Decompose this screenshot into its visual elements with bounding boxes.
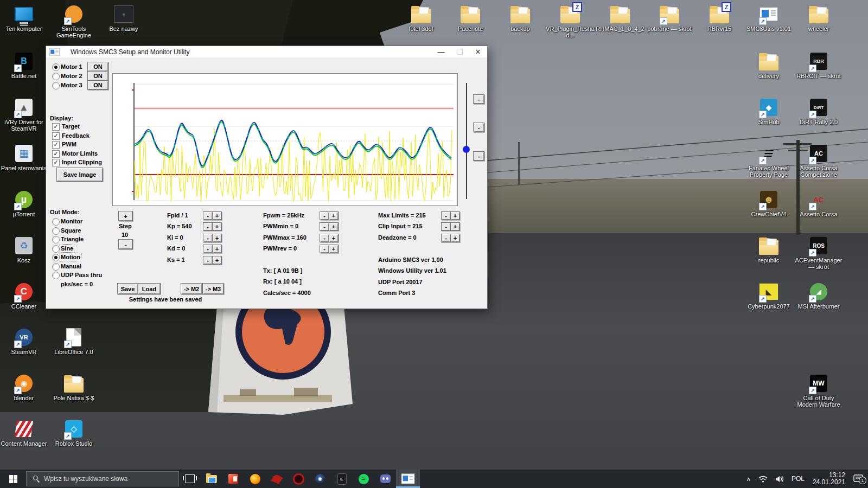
pid-minus-4[interactable]: - bbox=[203, 256, 213, 265]
pwm-plus-0[interactable]: + bbox=[329, 211, 339, 220]
motorsport-ring-icon[interactable] bbox=[288, 470, 309, 488]
desktop-icon-kosz[interactable]: ♻Kosz bbox=[0, 236, 49, 264]
display-checkbox-input-clipping[interactable]: ✓ bbox=[52, 159, 60, 166]
outmode-radio-square[interactable] bbox=[52, 227, 60, 235]
limit-minus-1[interactable]: - bbox=[441, 222, 451, 231]
pwm-minus-3[interactable]: - bbox=[320, 245, 329, 253]
desktop-icon-cyberpunk2077[interactable]: ◣↗Cyberpunk2077 bbox=[744, 282, 794, 310]
step-plus-button[interactable]: + bbox=[118, 211, 133, 221]
pid-minus-0[interactable]: - bbox=[203, 211, 213, 220]
pid-plus-2[interactable]: + bbox=[212, 234, 222, 242]
display-checkbox-target[interactable]: ✓ bbox=[52, 123, 60, 131]
limit-plus-1[interactable]: + bbox=[450, 222, 460, 231]
pid-plus-0[interactable]: + bbox=[212, 211, 222, 220]
close-button[interactable]: × bbox=[469, 46, 487, 57]
limit-plus-2[interactable]: + bbox=[450, 234, 460, 242]
pid-minus-1[interactable]: - bbox=[203, 222, 213, 231]
desktop-icon-ccleaner[interactable]: C↗CCleaner bbox=[0, 282, 49, 310]
pwm-plus-1[interactable]: + bbox=[329, 222, 339, 231]
desktop-icon-panel-sterowania[interactable]: ▦Panel sterowania bbox=[0, 144, 49, 171]
outmode-radio-manual[interactable] bbox=[52, 263, 60, 271]
limit-plus-0[interactable]: + bbox=[450, 211, 460, 220]
firefox-icon[interactable] bbox=[244, 470, 266, 488]
pid-plus-3[interactable]: + bbox=[212, 245, 222, 253]
epic-games-icon[interactable]: E bbox=[331, 470, 353, 488]
slider-thumb[interactable] bbox=[463, 146, 470, 153]
desktop-icon-assetto-corsa-competizione[interactable]: AC↗Assetto Corsa Competizione bbox=[794, 144, 844, 178]
save-image-button[interactable]: Save Image bbox=[56, 168, 103, 182]
scale-minus-button-2[interactable]: - bbox=[473, 123, 484, 132]
desktop-icon-cod-modern-warfare[interactable]: MW↗Call of Duty Modern Warfare bbox=[794, 374, 844, 408]
rbr-splat-icon[interactable] bbox=[266, 470, 288, 488]
window-titlebar[interactable]: Windows SMC3 Setup and Monitor Utility —… bbox=[46, 46, 487, 57]
desktop-icon-republic[interactable]: republic bbox=[744, 236, 794, 264]
desktop-icon-backup[interactable]: backup bbox=[495, 4, 545, 32]
desktop-icon-rbrcit[interactable]: RBR↗RBRCIT — skrót bbox=[794, 52, 844, 79]
desktop-icon-rbrvr15[interactable]: ZRBRvr15 bbox=[694, 4, 744, 32]
desktop-icon-rhmac[interactable]: RHMAC_1_0_4_2 bbox=[595, 4, 645, 32]
discord-icon[interactable] bbox=[374, 470, 396, 488]
clock[interactable]: 13:12 24.01.2021 bbox=[813, 472, 845, 486]
desktop-icon-simtools-gameengine[interactable]: ↗SimTools GameEngine bbox=[49, 4, 99, 38]
load-button[interactable]: Load bbox=[138, 283, 161, 294]
desktop-icon-battle-net[interactable]: B↗Battle.net bbox=[0, 52, 49, 79]
scope-scale-slider[interactable] bbox=[466, 83, 467, 199]
motor-radio-3[interactable] bbox=[52, 82, 60, 89]
display-checkbox-pwm[interactable]: ✓ bbox=[52, 141, 60, 149]
display-checkbox-motor-limits[interactable]: ✓ bbox=[52, 150, 60, 158]
pwm-minus-1[interactable]: - bbox=[320, 222, 329, 231]
desktop-icon-smc3utils[interactable]: ↗SMC3Utils v1.01 bbox=[744, 4, 794, 32]
desktop-icon-ten-komputer[interactable]: Ten komputer bbox=[0, 4, 49, 32]
pid-plus-1[interactable]: + bbox=[212, 222, 222, 231]
desktop-icon-content-manager[interactable]: Content Manager bbox=[0, 419, 49, 447]
pwm-plus-2[interactable]: + bbox=[329, 234, 339, 242]
desktop-icon-pole-natixa[interactable]: Pole Natixa $-$ bbox=[49, 374, 99, 401]
limit-minus-0[interactable]: - bbox=[441, 211, 451, 220]
pwm-plus-3[interactable]: + bbox=[329, 245, 339, 253]
motor-on-button-3[interactable]: ON bbox=[87, 80, 108, 90]
desktop-icon-vr-plugin-reshade[interactable]: ZVR_Plugin_Reshad... bbox=[545, 4, 595, 38]
pwm-minus-0[interactable]: - bbox=[320, 211, 329, 220]
desktop-icon-simhub[interactable]: ◆↗SimHub bbox=[744, 98, 794, 125]
pid-minus-3[interactable]: - bbox=[203, 245, 213, 253]
copy-to-m3-button[interactable]: -> M3 bbox=[202, 283, 224, 294]
tray-chevron-icon[interactable]: ∧ bbox=[746, 476, 751, 483]
step-minus-button[interactable]: - bbox=[118, 239, 133, 249]
desktop-icon-dirt-rally-2[interactable]: DiRT↗DiRT Rally 2.0 bbox=[794, 98, 844, 125]
desktop-icon-libreoffice[interactable]: ↗LibreOffice 7.0 bbox=[49, 328, 99, 355]
desktop-icon-ivry-driver[interactable]: ▲↗iVRy Driver for SteamVR bbox=[0, 98, 49, 132]
motor-on-button-1[interactable]: ON bbox=[87, 62, 108, 72]
outmode-radio-motion[interactable] bbox=[52, 254, 60, 261]
desktop-icon-pacenote[interactable]: Pacenote bbox=[445, 4, 495, 32]
spotify-icon[interactable]: ≈ bbox=[353, 470, 374, 488]
desktop-icon-crewchief[interactable]: ☻↗CrewChiefV4 bbox=[744, 190, 794, 217]
language-indicator[interactable]: POL bbox=[792, 475, 805, 483]
notification-icon[interactable]: 1 bbox=[853, 474, 864, 483]
motor-on-button-2[interactable]: ON bbox=[87, 71, 108, 81]
desktop-icon-pobrane-skrot[interactable]: ↗pobrane — skrót bbox=[644, 4, 694, 32]
desktop-icon-delivery[interactable]: delivery bbox=[744, 52, 794, 79]
pid-plus-4[interactable]: + bbox=[212, 256, 222, 265]
desktop-icon-utorrent[interactable]: µ↗µTorrent bbox=[0, 190, 49, 217]
scale-minus-button-3[interactable]: - bbox=[473, 151, 484, 161]
task-view-icon[interactable] bbox=[179, 470, 201, 488]
desktop-icon-fanatec-wheel[interactable]: ≡↗Fanatec Wheel Property Page bbox=[744, 144, 794, 178]
outmode-radio-monitor[interactable] bbox=[52, 218, 60, 226]
motor-radio-1[interactable] bbox=[52, 63, 60, 71]
pwm-minus-2[interactable]: - bbox=[320, 234, 329, 242]
display-checkbox-feedback[interactable]: ✓ bbox=[52, 132, 60, 140]
copy-to-m2-button[interactable]: -> M2 bbox=[181, 283, 202, 294]
motor-radio-2[interactable] bbox=[52, 73, 60, 80]
smc3-window-icon[interactable] bbox=[396, 470, 420, 488]
desktop-icon-blender[interactable]: ◉↗blender bbox=[0, 374, 49, 401]
save-button[interactable]: Save bbox=[117, 283, 138, 294]
file-explorer-icon[interactable] bbox=[201, 470, 222, 488]
start-button[interactable] bbox=[0, 470, 26, 488]
wifi-icon[interactable] bbox=[758, 476, 768, 483]
pid-minus-2[interactable]: - bbox=[203, 234, 213, 242]
limit-minus-2[interactable]: - bbox=[441, 234, 451, 242]
desktop-icon-aceventmanager[interactable]: ROS↗ACEventManager — skrót bbox=[794, 236, 844, 270]
steam-icon[interactable]: ◉ bbox=[309, 470, 331, 488]
outmode-radio-udp-pass-thru[interactable] bbox=[52, 272, 60, 279]
desktop-icon-msi-afterburner[interactable]: ◢↗MSI Afterburner bbox=[794, 282, 844, 310]
